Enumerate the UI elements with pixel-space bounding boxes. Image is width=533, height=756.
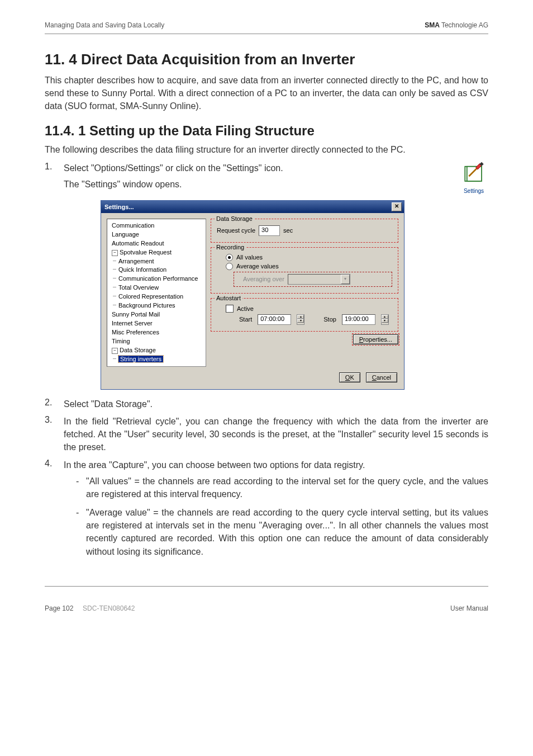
stop-time-input[interactable]: 19:00:00 [342,314,375,325]
sec-label: sec [283,227,293,234]
tree-node-comm-perf[interactable]: Communication Performance [111,275,204,284]
step-text: Select "Data Storage". [64,398,488,410]
tree-node-communication[interactable]: Communication [111,221,204,230]
dialog-titlebar[interactable]: Settings... ✕ [101,201,404,213]
steps-list: 1. Select "Options/Settings" or click on… [45,162,488,196]
checkbox-active[interactable] [226,305,234,313]
step-subtext: The "Settings" window opens. [64,178,453,191]
svg-rect-1 [467,167,482,181]
tree-node-data-storage[interactable]: −Data Storage [111,346,204,355]
averaging-over-label: Averaging over [243,276,284,282]
header-left: Managing Data and Saving Data Locally [45,21,164,29]
chevron-up-icon[interactable]: ▴ [382,315,388,319]
group-recording: Recording All values Average values Aver… [211,247,398,294]
request-cycle-label: Request cycle [217,227,255,234]
radio-all-values[interactable] [226,254,233,261]
start-label: Start [239,316,252,323]
dialog-title: Settings... [104,204,134,210]
section-paragraph: This chapter describes how to acquire, a… [45,74,488,113]
footer-doc-code: SDC-TEN080642 [83,604,135,612]
tree-node-colored-rep[interactable]: Colored Representation [111,292,204,301]
checkbox-active-label: Active [237,305,254,312]
tree-node-sunny-portal[interactable]: Sunny Portal Mail [111,310,204,319]
step-number: 4. [45,459,64,564]
group-legend: Data Storage [215,215,254,222]
tree-node-language[interactable]: Language [111,230,204,239]
tree-node-string-inverters[interactable]: String inverters [111,355,204,364]
bullet-average-value: "Average value" = the channels are read … [76,506,488,558]
step-text: In the field "Retrieval cycle", you can … [64,415,488,454]
page-header: Managing Data and Saving Data Locally SM… [45,21,488,29]
settings-icon [462,162,486,185]
step-text: Select "Options/Settings" or click on th… [64,162,453,174]
ok-button[interactable]: OK [339,372,360,382]
step-text: In the area "Capture", you can choose be… [64,459,488,471]
header-right: SMA Technologie AG [425,21,488,29]
group-data-storage: Data Storage Request cycle 30 sec [211,219,398,243]
subsection-heading: 11.4. 1 Setting up the Data Filing Struc… [45,123,488,139]
group-autostart: Autostart Active Start 07:00:00 ▴▾ Stop … [211,298,398,332]
footer-rule [45,586,488,587]
chevron-down-icon[interactable]: ▾ [297,319,304,323]
tree-node-spotvalue[interactable]: −Spotvalue Request [111,248,204,257]
settings-right-pane: Data Storage Request cycle 30 sec Record… [211,219,398,367]
header-rule [45,34,488,34]
footer-right: User Manual [450,604,488,612]
tree-node-bg-pictures[interactable]: Background Pictures [111,301,204,310]
collapse-icon[interactable]: − [112,348,118,354]
tree-node-timing[interactable]: Timing [111,337,204,346]
tree-node-automatic-readout[interactable]: Automatic Readout [111,239,204,248]
stop-spinner[interactable]: ▴▾ [381,314,389,325]
start-spinner[interactable]: ▴▾ [297,314,304,325]
tree-node-internet-server[interactable]: Internet Server [111,319,204,328]
tree-node-misc-prefs[interactable]: Misc Preferences [111,328,204,337]
chevron-down-icon[interactable]: ▾ [341,275,350,284]
chevron-up-icon[interactable]: ▴ [297,315,304,319]
close-icon[interactable]: ✕ [392,202,402,211]
subsection-paragraph: The following describes the data filing … [45,143,488,156]
radio-all-values-label: All values [236,254,263,261]
chevron-down-icon[interactable]: ▾ [382,319,388,323]
tree-node-quick-info[interactable]: Quick Information [111,266,204,275]
radio-average-values[interactable] [226,263,233,270]
radio-average-values-label: Average values [236,263,279,270]
averaging-over-select[interactable]: ▾ [288,274,350,285]
footer-page: Page 102 [45,604,73,612]
bullet-all-values: "All values" = the channels are read acc… [76,475,488,500]
step-number: 1. [45,162,64,196]
cancel-button[interactable]: Cancel [366,372,397,382]
step-number: 3. [45,415,64,454]
step-number: 2. [45,398,64,410]
settings-tree[interactable]: Communication Language Automatic Readout… [107,219,206,367]
tree-node-total-overview[interactable]: Total Overview [111,284,204,292]
request-cycle-input[interactable]: 30 [259,225,280,236]
start-time-input[interactable]: 07:00:00 [258,314,291,325]
stop-label: Stop [323,316,336,323]
steps-list-cont: 2. Select "Data Storage". 3. In the fiel… [45,398,488,564]
properties-button[interactable]: Properties... [353,334,398,344]
group-legend: Recording [215,244,246,251]
settings-dialog: Settings... ✕ Communication Language Aut… [101,200,404,390]
group-legend: Autostart [215,295,242,301]
tree-node-arrangement[interactable]: Arrangement [111,257,204,266]
section-heading: 11. 4 Direct Data Acquisition from an In… [45,51,488,68]
settings-icon-label: Settings [459,187,488,196]
collapse-icon[interactable]: − [112,250,118,256]
page-footer: Page 102 SDC-TEN080642 User Manual [45,604,488,612]
settings-icon-column: Settings [459,162,488,196]
